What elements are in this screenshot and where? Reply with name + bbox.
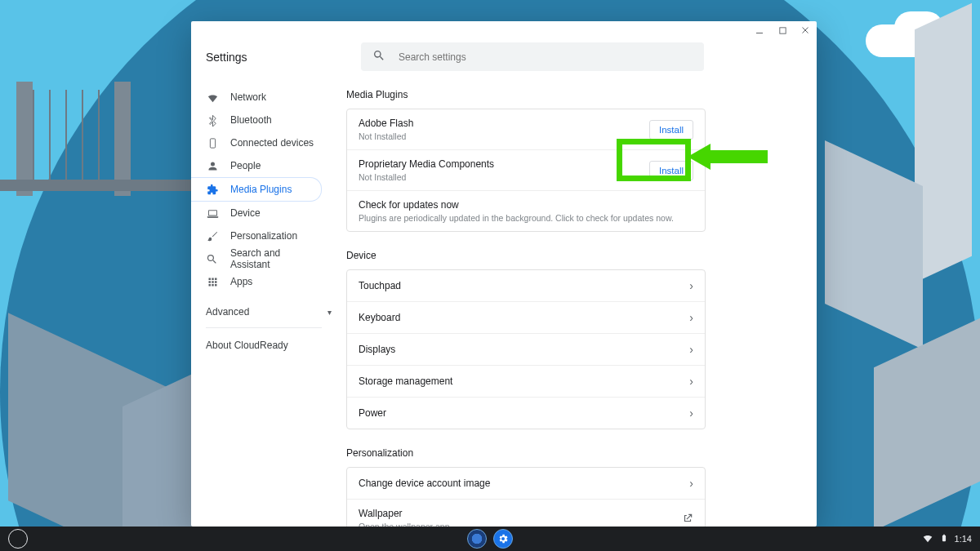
window-close-button[interactable] <box>797 22 813 38</box>
sidebar-item-bluetooth[interactable]: Bluetooth <box>191 109 322 131</box>
row-displays[interactable]: Displays › <box>347 333 705 365</box>
svg-rect-2 <box>210 138 215 147</box>
chevron-right-icon: › <box>689 375 693 388</box>
wifi-tray-icon <box>922 532 933 545</box>
row-wallpaper[interactable]: Wallpaper Open the wallpaper app <box>347 499 705 527</box>
row-label: Change device account image <box>359 478 490 489</box>
chevron-right-icon: › <box>689 343 693 356</box>
row-storage[interactable]: Storage management › <box>347 365 705 397</box>
separator <box>206 327 322 328</box>
clock: 1:14 <box>955 534 972 544</box>
card-personalization: Change device account image › Wallpaper … <box>346 467 706 527</box>
apps-icon <box>206 276 219 288</box>
sidebar-item-label: Apps <box>230 276 252 287</box>
chevron-right-icon: › <box>689 407 693 420</box>
row-subtitle: Not Installed <box>359 131 413 141</box>
chevron-right-icon: › <box>689 477 693 490</box>
sidebar-item-label: Connected devices <box>230 137 314 149</box>
install-proprietary-button[interactable]: Install <box>649 161 693 180</box>
row-check-updates[interactable]: Check for updates now Plugins are period… <box>347 190 705 231</box>
window-titlebar <box>191 21 817 39</box>
window-maximize-button[interactable] <box>774 22 791 38</box>
laptop-icon <box>206 207 219 220</box>
card-media-plugins: Adobe Flash Not Installed Install Propri… <box>346 109 706 232</box>
install-flash-button[interactable]: Install <box>649 120 693 140</box>
search-icon <box>206 253 219 265</box>
sidebar-item-search-assistant[interactable]: Search and Assistant <box>191 247 322 270</box>
row-title: Adobe Flash <box>359 118 413 129</box>
advanced-label: Advanced <box>206 306 249 318</box>
section-title-media-plugins: Media Plugins <box>346 89 706 100</box>
sidebar-item-label: Search and Assistant <box>230 247 322 270</box>
app-chromium-icon[interactable] <box>467 529 487 549</box>
row-title: Check for updates now <box>359 199 674 211</box>
settings-content: Media Plugins Adobe Flash Not Installed … <box>346 81 817 527</box>
sidebar-item-label: Device <box>230 207 261 219</box>
chevron-down-icon: ▾ <box>327 308 332 317</box>
sidebar-item-network[interactable]: Network <box>191 86 322 109</box>
row-keyboard[interactable]: Keyboard › <box>347 301 705 333</box>
sidebar: Network Bluetooth Connected devices Peop… <box>191 81 346 527</box>
battery-tray-icon <box>940 532 948 545</box>
svg-rect-0 <box>756 33 763 33</box>
brush-icon <box>206 230 219 242</box>
person-icon <box>206 160 219 172</box>
row-label: Displays <box>359 344 395 355</box>
row-label: Touchpad <box>359 280 401 291</box>
extension-icon <box>206 184 219 196</box>
sidebar-item-apps[interactable]: Apps <box>191 270 322 293</box>
sidebar-item-label: Network <box>230 91 266 103</box>
row-account-image[interactable]: Change device account image › <box>347 468 705 499</box>
sidebar-item-label: People <box>230 160 261 171</box>
system-tray[interactable]: 1:14 <box>922 532 972 545</box>
row-title: Wallpaper <box>359 508 450 519</box>
sidebar-item-media-plugins[interactable]: Media Plugins <box>191 177 322 202</box>
svg-rect-1 <box>779 27 785 33</box>
sidebar-item-connected-devices[interactable]: Connected devices <box>191 131 322 154</box>
window-minimize-button[interactable] <box>751 22 768 38</box>
sidebar-item-personalization[interactable]: Personalization <box>191 224 322 247</box>
row-proprietary-media: Proprietary Media Components Not Install… <box>347 149 705 190</box>
search-bar[interactable] <box>361 42 704 71</box>
row-label: Keyboard <box>359 312 400 323</box>
row-touchpad[interactable]: Touchpad › <box>347 270 705 301</box>
launcher-button[interactable] <box>8 529 28 549</box>
section-title-personalization: Personalization <box>346 447 706 459</box>
row-power[interactable]: Power › <box>347 397 705 429</box>
chevron-right-icon: › <box>689 311 693 324</box>
sidebar-about[interactable]: About CloudReady <box>206 340 332 351</box>
row-label: Storage management <box>359 375 452 387</box>
row-label: Power <box>359 407 386 419</box>
sidebar-item-label: Personalization <box>230 230 297 242</box>
phone-icon <box>206 137 219 149</box>
search-input[interactable] <box>397 51 693 64</box>
row-subtitle: Not Installed <box>359 172 494 182</box>
sidebar-advanced-toggle[interactable]: Advanced ▾ <box>206 301 332 322</box>
search-icon <box>372 49 385 65</box>
open-external-icon <box>682 513 693 527</box>
app-settings-icon[interactable] <box>493 529 513 549</box>
chevron-right-icon: › <box>689 279 693 292</box>
shelf: 1:14 <box>0 527 980 551</box>
sidebar-item-label: Bluetooth <box>230 114 272 126</box>
section-title-device: Device <box>346 250 706 261</box>
card-device: Touchpad › Keyboard › Displays › Storage… <box>346 269 706 429</box>
settings-window: Settings Network Bluetooth Connected dev… <box>191 21 817 527</box>
bluetooth-icon <box>206 114 219 127</box>
row-adobe-flash: Adobe Flash Not Installed Install <box>347 109 705 149</box>
sidebar-item-label: Media Plugins <box>230 184 292 195</box>
sidebar-item-device[interactable]: Device <box>191 202 322 224</box>
wifi-icon <box>206 91 219 104</box>
page-title: Settings <box>191 51 361 64</box>
row-subtitle: Plugins are periodically updated in the … <box>359 213 674 223</box>
row-title: Proprietary Media Components <box>359 158 494 170</box>
sidebar-item-people[interactable]: People <box>191 154 322 177</box>
